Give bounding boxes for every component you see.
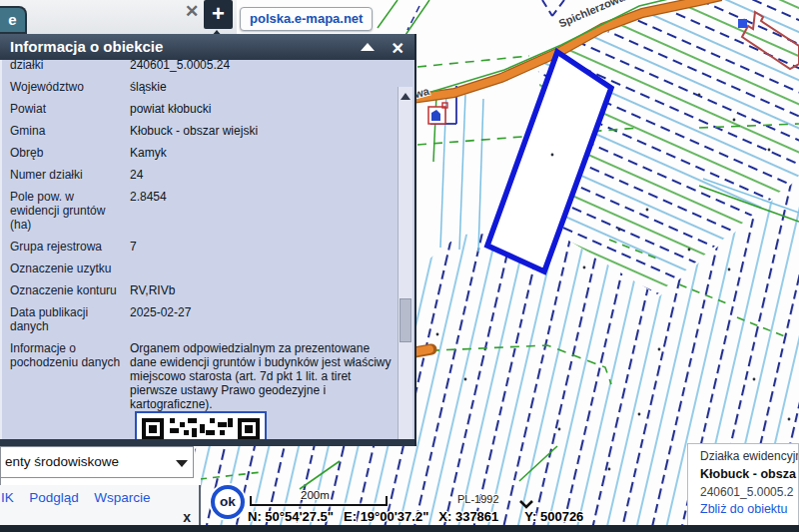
info-row-label: Obręb xyxy=(10,146,122,160)
info-row-label: Numer działki xyxy=(10,168,122,182)
tooltip-type: Działka ewidencyjn xyxy=(700,449,798,463)
info-row-label: Informacje o pochodzeniu danych xyxy=(10,341,122,411)
crs-label: PL-1992 xyxy=(457,493,499,505)
info-row-value: 240601_5.0005.24 xyxy=(122,60,393,72)
map-brand-label[interactable]: polska.e-mapa.net xyxy=(240,7,373,31)
info-row-label: Województwo xyxy=(10,80,122,94)
panel-bottom-edge xyxy=(0,439,414,446)
info-row-value xyxy=(122,262,393,275)
zoom-in-button[interactable]: + xyxy=(204,0,233,29)
info-row: Grupa rejestrowa7 xyxy=(10,240,393,254)
info-row: Województwośląskie xyxy=(10,80,393,94)
info-row: Informacje o pochodzeniu danychOrganem o… xyxy=(10,341,393,411)
info-row: GminaKłobuck - obszar wiejski xyxy=(10,124,393,138)
tooltip-parcel-id: 240601_5.0005.2 xyxy=(700,485,798,499)
dropdown-value: enty środowiskowe xyxy=(5,454,119,469)
info-row-label: Data publikacji danych xyxy=(10,305,122,333)
info-row-value: RV,RIVb xyxy=(122,283,393,297)
info-row: Numer działki24 xyxy=(10,168,393,182)
ok-button[interactable]: ok xyxy=(211,485,245,519)
info-row-value: Kamyk xyxy=(122,146,393,160)
tooltip-municipality: Kłobuck - obsza xyxy=(700,467,798,481)
bottom-edge-bar xyxy=(0,525,799,532)
footer-links-bar: IK Podgląd Wsparcie x xyxy=(0,485,201,526)
layer-tab[interactable]: e xyxy=(0,6,27,34)
clipped-row xyxy=(0,478,201,485)
info-row: Data publikacji danych2025-02-27 xyxy=(10,305,393,333)
close-icon[interactable]: ✕ xyxy=(392,36,404,61)
panel-header[interactable]: Informacja o obiekcie ✕ xyxy=(0,34,414,60)
info-row-value: Organem odpowiedzialnym za prezentowane … xyxy=(122,341,393,411)
scroll-up-icon[interactable] xyxy=(400,93,410,100)
panel-title: Informacja o obiekcie xyxy=(10,38,163,55)
info-row-value: 7 xyxy=(122,240,393,254)
qr-code xyxy=(135,411,267,439)
info-row-value: 2.8454 xyxy=(122,190,393,232)
panel-scrollbar[interactable] xyxy=(398,87,412,439)
coord-e: E: 19°00'37.2" xyxy=(344,509,428,524)
info-row-label: Oznaczenie uzytku xyxy=(10,262,122,275)
info-row-label: działki xyxy=(10,60,122,72)
info-row-label: Powiat xyxy=(10,102,122,116)
info-row-value: powiat kłobucki xyxy=(122,102,393,116)
parcel-tooltip: Działka ewidencyjn Kłobuck - obsza 24060… xyxy=(687,443,799,526)
panel-body: działki240601_5.0005.24Województwośląski… xyxy=(0,60,414,439)
info-row: Powiatpowiat kłobucki xyxy=(10,102,393,116)
info-row: działki240601_5.0005.24 xyxy=(10,60,393,72)
scrollbar-thumb[interactable] xyxy=(400,298,411,342)
app-window: Spichlerzowa zowa e ✕ + polska.e-mapa.ne… xyxy=(0,0,799,532)
coordinate-readout: N: 50°54'27.5"E: 19°00'37.2"X: 337861Y: … xyxy=(248,509,593,524)
info-row-label: Pole pow. w ewidencji gruntów (ha) xyxy=(10,190,122,232)
link-podglad[interactable]: Podgląd xyxy=(29,490,79,505)
info-row-value: Kłobuck - obszar wiejski xyxy=(122,124,393,138)
info-row-value: 2025-02-27 xyxy=(122,305,393,333)
info-row: Oznaczenie konturuRV,RIVb xyxy=(10,283,393,297)
info-row: ObrębKamyk xyxy=(10,146,393,160)
scale-bar-label: 200m xyxy=(301,489,330,501)
info-row-label: Grupa rejestrowa xyxy=(10,240,122,254)
coord-x: X: 337861 xyxy=(438,509,498,524)
link-wsparcie[interactable]: Wsparcie xyxy=(94,490,150,505)
info-row: Pole pow. w ewidencji gruntów (ha)2.8454 xyxy=(10,190,393,232)
chevron-down-icon[interactable] xyxy=(176,460,188,467)
link-ik[interactable]: IK xyxy=(1,490,14,505)
close-icon[interactable]: ✕ xyxy=(181,2,203,22)
layer-dropdown[interactable]: enty środowiskowe xyxy=(0,446,194,478)
coord-y: Y: 500726 xyxy=(524,509,583,524)
mini-close-button[interactable]: x xyxy=(183,509,191,525)
blue-marker xyxy=(738,19,747,28)
coord-n: N: 50°54'27.5" xyxy=(248,509,334,524)
info-row: Oznaczenie uzytku xyxy=(10,262,393,275)
zoom-to-object-link[interactable]: Zbliż do obiektu xyxy=(700,502,798,516)
info-row-value: 24 xyxy=(122,168,393,182)
object-info-panel: Informacja o obiekcie ✕ działki240601_5.… xyxy=(0,34,416,446)
info-row-label: Gmina xyxy=(10,124,122,138)
minimize-icon[interactable] xyxy=(361,43,375,51)
info-row-label: Oznaczenie konturu xyxy=(10,283,122,297)
info-row-value: śląskie xyxy=(122,80,393,94)
